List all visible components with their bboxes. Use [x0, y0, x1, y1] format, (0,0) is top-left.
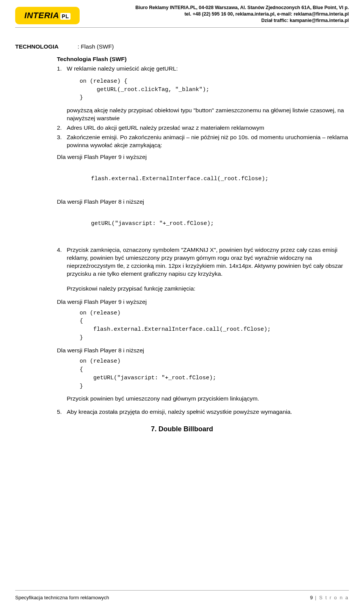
page-number: 9	[310, 595, 313, 600]
interia-logo: INTERIAPL	[15, 7, 80, 24]
footer-page-word: S t r o n a	[319, 595, 349, 600]
document-body: TECHNOLOGIA : Flash (SWF) Technologia Fl…	[15, 28, 349, 434]
header-line-2: tel. +48 (22) 595 16 00, reklama.interia…	[86, 11, 349, 17]
code-block-3: getURL("javascript: "+_root.fClose);	[91, 220, 349, 228]
code-block-4: on (release) { flash.external.ExternalIn…	[80, 309, 349, 342]
list-number: 3.	[57, 134, 67, 149]
flash9-label-2: Dla wersji Flash Player 9 i wyższej	[57, 298, 349, 306]
flash9-label: Dla wersji Flash Player 9 i wyższej	[57, 153, 349, 161]
list-text: Aby kreacja została przyjęta do emisji, …	[67, 408, 349, 416]
header-line-1: Biuro Reklamy INTERIA.PL, 04-028 Warszaw…	[86, 5, 349, 11]
page: INTERIAPL Biuro Reklamy INTERIA.PL, 04-0…	[0, 0, 364, 608]
page-footer: Specyfikacja techniczna form reklamowych…	[15, 595, 349, 600]
list-text: Adres URL do akcji getURL należy przesła…	[67, 124, 349, 132]
list-number-empty	[57, 107, 67, 123]
list-text: W reklamie należy umieścić akcję getURL:	[67, 65, 349, 73]
flash8-label-2: Dla wersji Flash Player 8 i niższej	[57, 347, 349, 355]
list-text: powyższą akcję należy przypisać obiektow…	[67, 107, 349, 123]
list-number: 2.	[57, 124, 67, 132]
header-contact: Biuro Reklamy INTERIA.PL, 04-028 Warszaw…	[86, 4, 349, 24]
list-number: 1.	[57, 65, 67, 73]
footer-right: 9 | S t r o n a	[310, 595, 349, 600]
logo-text: INTERIAPL	[24, 11, 70, 20]
list-number: 4.	[57, 246, 67, 278]
section-heading: 7. Double Billboard	[15, 424, 349, 434]
list-text: Zakończenie emisji. Po zakończeniu anima…	[67, 134, 349, 149]
technology-value: : Flash (SWF)	[78, 43, 114, 51]
list-item-1: 1. W reklamie należy umieścić akcję getU…	[57, 65, 349, 74]
flash8-label: Dla wersji Flash Player 8 i niższej	[57, 198, 349, 206]
footer-rule	[15, 590, 349, 591]
footer-sep: |	[313, 595, 319, 600]
code-block-5: on (release) { getURL("javascript: "+_ro…	[80, 357, 349, 390]
close-button-placement: Przycisk powinien być umieszczony nad gł…	[67, 395, 349, 403]
logo-main: INTERIA	[24, 11, 59, 20]
close-button-note: Przyciskowi należy przypisać funkcję zam…	[67, 285, 349, 293]
header-line-3: Dział traffic: kampanie@firma.interia.pl	[86, 17, 349, 24]
list-item-1b: powyższą akcję należy przypisać obiektow…	[57, 107, 349, 124]
technology-label: TECHNOLOGIA	[15, 43, 59, 51]
list-item-5: 5. Aby kreacja została przyjęta do emisj…	[57, 408, 349, 418]
list-number: 5.	[57, 408, 67, 416]
page-header: INTERIAPL Biuro Reklamy INTERIA.PL, 04-0…	[15, 4, 349, 24]
list-item-4: 4. Przycisk zamknięcia, oznaczony symbol…	[57, 244, 349, 280]
technology-row: TECHNOLOGIA : Flash (SWF)	[15, 43, 349, 51]
list-item-3: 3. Zakończenie emisji. Po zakończeniu an…	[57, 134, 349, 151]
code-block-2: flash.external.ExternalInterface.call(_r…	[91, 175, 349, 183]
logo-suffix: PL	[60, 13, 71, 20]
section-subtitle: Technologia Flash (SWF)	[57, 55, 349, 63]
list-item-2: 2. Adres URL do akcji getURL należy prze…	[57, 124, 349, 134]
code-block-1: on (release) { getURL(_root.clickTag, "_…	[80, 77, 349, 102]
footer-left: Specyfikacja techniczna form reklamowych	[15, 595, 109, 600]
list-text: Przycisk zamknięcia, oznaczony symbolem …	[67, 246, 349, 278]
